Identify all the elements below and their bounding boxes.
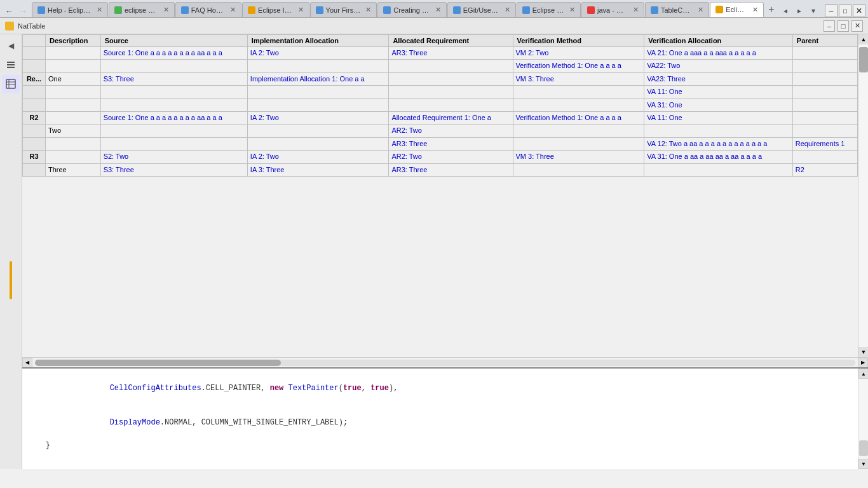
header-source: Source [100,35,247,47]
eclipse-icon [5,22,14,30]
tab-menu[interactable]: ▾ [807,4,820,17]
row-id-cell: R3 [23,151,46,163]
maximize-button[interactable]: □ [839,4,851,17]
tab-tab-eclipse-active[interactable]: Eclipse ✕ [710,2,764,17]
tab-tab-faq[interactable]: FAQ How c ✕ [175,2,241,17]
tab-tab-creating[interactable]: Creating a... ✕ [377,2,447,17]
h-scroll-thumb[interactable] [35,360,281,366]
sidebar-arrow-btn[interactable]: ◀ [2,37,20,55]
tab-close-tab-eclipse-ide[interactable]: ✕ [298,6,304,14]
table-cell: AR2: Two [389,151,513,163]
code-scroll-down[interactable]: ▼ [858,459,868,469]
table-cell: Verification Method 1: One a a a a [513,111,644,124]
table-cell [792,151,857,163]
table-cell: VM 3: Three [513,151,644,163]
table-cell: VA 11: One [644,86,793,98]
table-cell [513,137,644,150]
table-cell [389,98,513,111]
h-scroll-left-btn[interactable]: ◀ [22,358,32,368]
nat-table-wrapper[interactable]: Description Source Implementation Alloca… [22,34,858,357]
sidebar-orange-indicator [10,261,12,299]
eclipse-restore[interactable]: □ [837,20,849,32]
scroll-track[interactable] [858,44,868,347]
row-id-cell [23,137,46,150]
tab-close-tab-help[interactable]: ✕ [97,6,102,14]
code-line-2: DisplayMode.NORMAL, COLUMN_WITH_SINGLE_E… [27,405,853,440]
tab-favicon-tab-faq [181,6,189,14]
tab-close-tab-tablecell[interactable]: ✕ [698,6,703,14]
h-scroll-track[interactable] [35,360,855,366]
sidebar-btn-2[interactable] [2,75,20,93]
tab-label-tab-tablecell: TableCellP [661,6,693,14]
tab-close-tab-eclipse-cha[interactable]: ✕ [163,6,169,14]
table-cell [513,98,644,111]
tab-tab-java[interactable]: java - Nee ✕ [581,2,644,17]
table-cell: IA 2: Two [247,151,389,163]
tab-close-tab-eclipse-active[interactable]: ✕ [752,6,758,14]
table-cell [46,60,101,72]
back-button[interactable]: ← [3,4,15,17]
code-line-4 [27,451,853,463]
code-content: CellConfigAttributes.CELL_PAINTER, new T… [22,369,858,469]
close-browser-button[interactable]: ✕ [853,4,865,17]
tab-close-tab-java[interactable]: ✕ [633,6,639,14]
table-row: Re...OneS3: ThreeImplementation Allocati… [23,72,858,85]
tab-tab-tablecell[interactable]: TableCellP ✕ [645,2,709,17]
table-cell: AR2: Two [389,125,513,137]
header-alloc-req: Allocated Requirement [389,35,513,47]
tab-close-tab-egit[interactable]: ✕ [505,6,510,14]
scroll-down-button[interactable]: ▼ [858,347,868,357]
code-scrollbar[interactable]: ▲ ▼ [858,369,868,469]
table-cell: VA 31: One a aa a aa aa a aa a a a a [644,151,793,163]
tab-favicon-tab-creating [383,6,391,14]
tab-scroll-right[interactable]: ▸ [793,4,806,17]
nat-table: Description Source Implementation Alloca… [22,34,858,177]
code-scroll-up[interactable]: ▲ [858,369,868,379]
table-cell [100,86,247,98]
tab-scroll-left[interactable]: ◂ [779,4,792,17]
tab-tab-eclipse-ide[interactable]: Eclipse IDE ✕ [242,2,309,17]
nattable-area: Description Source Implementation Alloca… [22,34,868,357]
tab-tab-help[interactable]: Help - Eclipse P ✕ [32,2,108,17]
tab-favicon-tab-eclipse-active [715,6,723,13]
eclipse-minimize[interactable]: – [824,20,835,32]
table-cell [100,125,247,137]
tab-close-tab-your-first[interactable]: ✕ [365,6,371,14]
minimize-button[interactable]: – [825,4,837,17]
table-row: R3S2: TwoIA 2: TwoAR2: TwoVM 3: ThreeVA … [23,151,858,163]
tab-tab-eclipse-cha[interactable]: eclipse cha ✕ [109,2,175,17]
new-tab-button[interactable]: + [764,2,779,17]
main-layout: ◀ [0,34,868,469]
tab-close-tab-faq[interactable]: ✕ [230,6,236,14]
code-scroll-track[interactable] [858,379,868,459]
table-cell [792,60,857,72]
eclipse-close[interactable]: ✕ [851,20,863,32]
tab-tab-eclipse-co[interactable]: Eclipse Co ✕ [517,2,581,17]
table-cell [792,47,857,60]
scroll-thumb[interactable] [859,47,868,72]
vertical-scrollbar[interactable]: ▲ ▼ [858,34,868,357]
row-id-cell [23,60,46,72]
table-row: TwoAR2: Two [23,125,858,137]
h-scroll-right-btn[interactable]: ▶ [858,358,868,368]
header-description: Description [46,35,101,47]
row-id-cell [23,47,46,60]
tab-tab-egit[interactable]: EGit/User G ✕ [447,2,516,17]
tab-close-tab-creating[interactable]: ✕ [435,6,441,14]
sidebar-btn-1[interactable] [2,56,20,74]
code-line-5 [27,463,853,469]
table-cell [792,111,857,124]
table-cell: Source 1: One a a a a a a a a aa a a a [100,47,247,60]
table-row: Verification Method 1: One a a a aVA22: … [23,60,858,72]
tab-tab-your-first[interactable]: Your First P ✕ [310,2,377,17]
table-cell [100,60,247,72]
horizontal-scrollbar[interactable]: ◀ ▶ [22,357,868,367]
svg-rect-3 [6,79,15,88]
scroll-up-button[interactable]: ▲ [858,34,868,44]
tab-label-tab-eclipse-ide: Eclipse IDE [258,6,293,14]
forward-button[interactable]: → [17,4,29,17]
tab-close-tab-eclipse-co[interactable]: ✕ [569,6,575,14]
table-cell [792,125,857,137]
table-cell [247,98,389,111]
code-scroll-thumb[interactable] [859,440,868,456]
